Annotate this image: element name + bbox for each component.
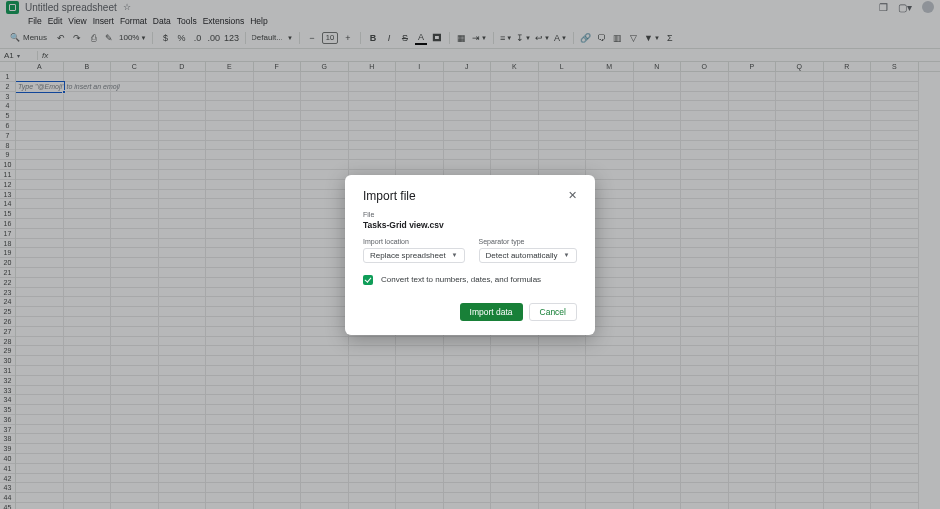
chevron-down-icon: ▼	[452, 252, 458, 258]
modal-scrim[interactable]: Import file ✕ File Tasks-Grid view.csv I…	[0, 0, 940, 509]
separator-type-label: Separator type	[479, 238, 577, 245]
import-location-select[interactable]: Replace spreadsheet ▼	[363, 248, 465, 263]
import-data-button[interactable]: Import data	[460, 303, 523, 321]
file-label: File	[363, 211, 577, 218]
convert-text-label: Convert text to numbers, dates, and form…	[381, 275, 541, 284]
import-location-value: Replace spreadsheet	[370, 251, 446, 260]
dialog-title: Import file	[363, 189, 416, 203]
cancel-button[interactable]: Cancel	[529, 303, 577, 321]
close-icon[interactable]: ✕	[568, 189, 577, 202]
chevron-down-icon: ▼	[564, 252, 570, 258]
convert-text-checkbox[interactable]	[363, 275, 373, 285]
separator-type-select[interactable]: Detect automatically ▼	[479, 248, 577, 263]
import-file-dialog: Import file ✕ File Tasks-Grid view.csv I…	[345, 175, 595, 335]
file-name: Tasks-Grid view.csv	[363, 220, 577, 230]
separator-type-value: Detect automatically	[486, 251, 558, 260]
import-location-label: Import location	[363, 238, 465, 245]
